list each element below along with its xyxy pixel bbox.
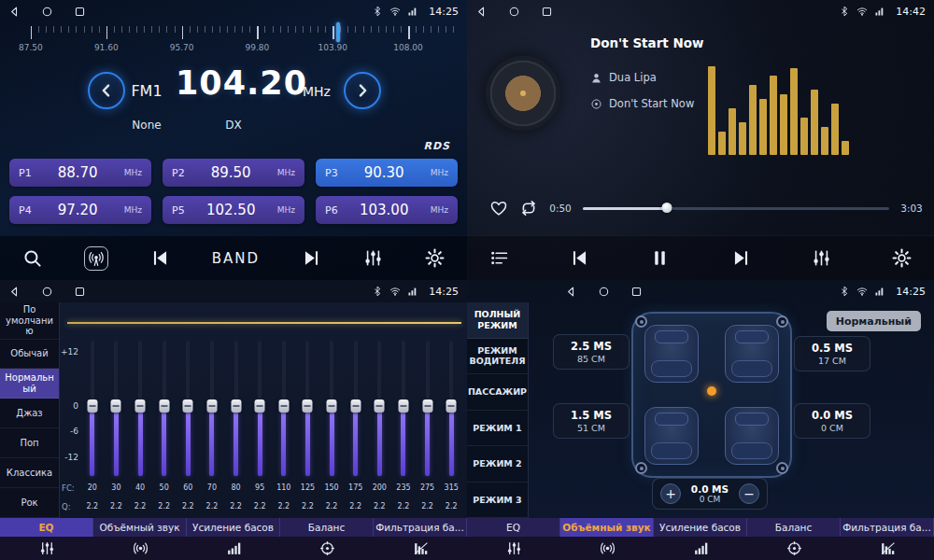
eq-preset-item[interactable]: Нормальный [0,369,59,399]
home-icon[interactable] [508,6,520,18]
surround-mode-item[interactable]: РЕЖИМ 3 [467,483,528,519]
eq-band-slider[interactable] [128,341,152,476]
eq-band-slider[interactable] [416,341,440,476]
tab-balance[interactable]: Баланс [747,518,841,537]
previous-station-icon[interactable] [150,248,170,268]
eq-band-slider[interactable] [224,341,248,476]
tab-bass[interactable]: Усиление басов [654,518,747,537]
recents-icon[interactable] [74,6,86,18]
tab-button-bass[interactable] [187,537,280,560]
delay-increase-button[interactable]: + [660,483,681,504]
tab-button-eq[interactable] [467,537,560,560]
sound-profile-button[interactable]: Нормальный [827,311,921,331]
tab-filter[interactable]: Фильтрация ба... [841,518,934,537]
eq-slider-knob[interactable] [231,399,241,413]
home-icon[interactable] [41,6,53,18]
tab-button-filter[interactable] [374,537,467,560]
progress-knob[interactable] [661,203,672,213]
eq-slider-knob[interactable] [135,399,146,413]
eq-band-slider[interactable] [152,341,177,476]
eq-slider-knob[interactable] [183,399,193,413]
delay-front-left[interactable]: 2.5 MS 85 CM [553,334,630,370]
tab-button-surround[interactable] [93,537,187,560]
eq-slider-knob[interactable] [255,399,265,413]
settings-gear-icon[interactable] [425,248,445,268]
recents-icon[interactable] [541,6,553,18]
delay-front-right[interactable]: 0.5 MS 17 CM [794,336,870,371]
eq-slider-knob[interactable] [206,399,217,413]
surround-mode-item[interactable]: РЕЖИМ ВОДИТЕЛЯ [467,339,528,375]
next-station-icon[interactable] [302,248,321,268]
eq-band-slider[interactable] [296,341,320,476]
tab-button-surround[interactable] [560,537,654,560]
eq-band-slider[interactable] [272,341,296,476]
radio-source-button[interactable] [84,246,108,271]
preset-button-p4[interactable]: P497.20MHz [9,196,151,224]
eq-slider-knob[interactable] [327,399,337,413]
eq-slider-knob[interactable] [303,399,313,413]
eq-band-slider[interactable] [368,341,392,476]
playlist-icon[interactable] [489,248,509,268]
eq-preset-item[interactable]: По умолчанию [0,302,59,340]
preset-button-p3[interactable]: P390.30MHz [316,159,458,187]
next-track-icon[interactable] [731,248,751,268]
delay-rear-right[interactable]: 0.0 MS 0 CM [794,403,870,439]
eq-preset-item[interactable]: Джаз [0,399,59,428]
back-icon[interactable] [8,6,21,18]
surround-mode-item[interactable]: ПАССАЖИР [467,374,528,411]
listener-position-indicator[interactable] [707,386,716,396]
tab-eq[interactable]: EQ [0,518,93,537]
eq-slider-knob[interactable] [446,399,457,413]
preset-button-p1[interactable]: P188.70MHz [9,159,151,187]
eq-slider-knob[interactable] [87,399,97,413]
eq-band-slider[interactable] [177,341,201,476]
eq-band-slider[interactable] [200,341,224,476]
audio-settings-icon[interactable] [812,248,831,268]
preset-button-p6[interactable]: P6103.00MHz [316,196,458,224]
back-icon[interactable] [475,6,488,18]
back-icon[interactable] [565,286,577,298]
eq-band-slider[interactable] [248,341,272,476]
repeat-icon[interactable] [519,199,538,217]
delay-decrease-button[interactable]: − [739,483,759,504]
tab-button-eq[interactable] [0,537,93,560]
band-button[interactable]: BAND [212,250,260,267]
tab-eq[interactable]: EQ [467,518,560,537]
eq-band-slider[interactable] [344,341,368,476]
tab-button-bass[interactable] [654,537,747,560]
pause-icon[interactable] [650,248,670,268]
surround-mode-item[interactable]: ПОЛНЫЙ РЕЖИМ [467,302,528,339]
eq-preset-item[interactable]: Поп [0,428,59,458]
preset-button-p2[interactable]: P289.50MHz [163,159,304,187]
tab-surround[interactable]: Объёмный звук [93,518,187,537]
tab-button-balance[interactable] [280,537,374,560]
surround-mode-item[interactable]: РЕЖИМ 1 [467,411,528,447]
back-icon[interactable] [8,286,21,298]
tab-button-balance[interactable] [747,537,841,560]
eq-preset-item[interactable]: Обычай [0,340,59,370]
eq-slider-knob[interactable] [278,399,289,413]
home-icon[interactable] [598,286,610,298]
eq-band-slider[interactable] [439,341,463,476]
seek-up-button[interactable] [344,72,381,109]
eq-preset-item[interactable]: Классика [0,458,59,488]
favorite-icon[interactable] [489,199,508,217]
surround-mode-item[interactable]: РЕЖИМ 2 [467,446,528,483]
tab-button-filter[interactable] [841,537,934,560]
eq-slider-knob[interactable] [111,399,121,413]
recents-icon[interactable] [74,286,86,298]
tab-balance[interactable]: Баланс [280,518,374,537]
tab-filter[interactable]: Фильтрация ба... [374,518,467,537]
eq-band-slider[interactable] [105,341,129,476]
delay-rear-left[interactable]: 1.5 MS 51 CM [553,403,630,439]
home-icon[interactable] [41,286,53,298]
previous-track-icon[interactable] [570,248,589,268]
scan-search-icon[interactable] [22,248,42,268]
eq-slider-knob[interactable] [422,399,432,413]
eq-preset-item[interactable]: Рок [0,488,59,518]
tab-bass[interactable]: Усиление басов [187,518,280,537]
audio-settings-icon[interactable] [363,248,383,268]
eq-band-slider[interactable] [80,341,105,476]
eq-slider-knob[interactable] [159,399,169,413]
preset-button-p5[interactable]: P5102.50MHz [163,196,304,224]
